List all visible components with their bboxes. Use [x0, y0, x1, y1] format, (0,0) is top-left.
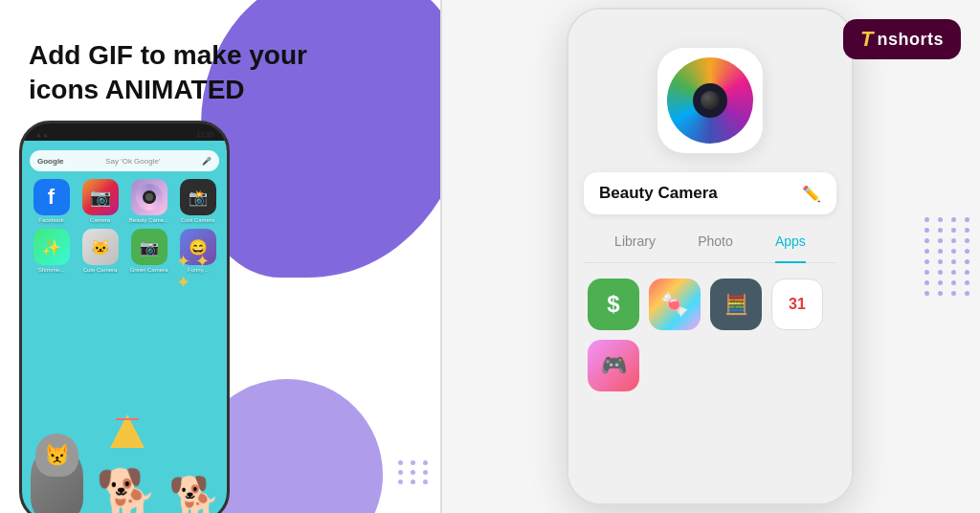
facebook-icon: f — [33, 179, 70, 215]
app-icon-center — [693, 83, 727, 118]
app-label: Cute Camera — [83, 267, 118, 273]
game-emoji: 🎮 — [601, 353, 627, 378]
party-hat — [110, 414, 145, 448]
phone-status-bar: ▲▲ 12:30 — [32, 127, 217, 141]
mini-app-candy[interactable]: 🍬 — [649, 279, 701, 330]
app-label: Camera — [90, 217, 110, 223]
app-label: Green Camera — [130, 267, 168, 273]
app-label: Shimme... — [38, 267, 64, 273]
tab-photo[interactable]: Photo — [698, 234, 733, 255]
right-section: T nshorts Beauty Camera ✏️ — [440, 0, 980, 513]
mini-app-game[interactable]: 🎮 — [588, 340, 639, 391]
right-dot-pattern — [924, 217, 972, 296]
left-dots — [398, 460, 431, 484]
candy-emoji: 🍬 — [660, 291, 689, 318]
app-beauty: Beauty Came... — [127, 179, 170, 223]
section-divider — [440, 0, 442, 513]
calc-emoji: 🧮 — [724, 293, 748, 316]
headline-line1: Add GIF to make your — [29, 38, 307, 73]
status-time: 12:30 — [196, 131, 213, 138]
right-phone-panel: Beauty Camera ✏️ Library Photo Apps $ 🍬 … — [567, 8, 854, 505]
app-icon-large-wrapper — [584, 48, 836, 153]
inshorts-t-letter: T — [860, 27, 873, 52]
dog-center: 🐕 — [96, 414, 158, 513]
app-label: Facebook — [38, 217, 63, 223]
dollar-symbol: $ — [607, 291, 619, 318]
left-phone-mockup: ▲▲ 12:30 Google Say 'Ok Google' 🎤 f Face… — [19, 121, 230, 513]
left-section: Add GIF to make your icons ANIMATED ▲▲ 1… — [0, 0, 440, 513]
mini-app-dollar[interactable]: $ — [588, 279, 639, 330]
tab-apps[interactable]: Apps — [775, 234, 806, 263]
phone-search-bar: Google Say 'Ok Google' 🎤 — [30, 150, 219, 171]
mini-app-grid: $ 🍬 🧮 31 🎮 — [584, 279, 836, 391]
mini-app-calendar[interactable]: 31 — [771, 279, 823, 330]
mic-icon: 🎤 — [202, 157, 212, 166]
search-text: Google — [37, 157, 64, 166]
right-phone-inner: Beauty Camera ✏️ Library Photo Apps $ 🍬 … — [568, 10, 852, 503]
dog-emoji: 🐕 — [96, 470, 158, 513]
headline: Add GIF to make your icons ANIMATED — [29, 38, 307, 108]
stars-decoration: ✦ ✦ ✦ — [176, 251, 210, 293]
dog-right-emoji: 🐕 — [168, 478, 221, 513]
app-icon-lens — [701, 91, 720, 110]
app-icon-large — [657, 48, 763, 153]
dog-left: 😾 — [26, 434, 88, 513]
app-green: 📷 Green Camera — [127, 229, 170, 273]
mini-app-calc[interactable]: 🧮 — [710, 279, 762, 330]
app-name-row: Beauty Camera ✏️ — [584, 172, 836, 214]
app-facebook: f Facebook — [30, 179, 73, 223]
calendar-number: 31 — [789, 296, 806, 313]
app-shimmer: ✨ Shimme... — [30, 229, 73, 273]
search-hint: Say 'Ok Google' — [105, 157, 160, 166]
beauty-icon — [131, 179, 167, 215]
dog-head: 😾 — [35, 434, 78, 477]
inshorts-badge: T nshorts — [843, 19, 961, 59]
green-icon: 📷 — [131, 229, 167, 265]
dog-area: 😾 🐕 🐕 — [22, 367, 227, 513]
app-label: Cool Camera — [181, 217, 214, 223]
app-cute: 🐱 Cute Camera — [78, 229, 122, 273]
dog-right: 🐕 — [166, 443, 223, 513]
app-cool: 📸 Cool Camera — [176, 179, 219, 223]
dog-body-left: 😾 — [31, 448, 83, 513]
app-label: Beauty Came... — [129, 217, 168, 223]
app-name-text: Beauty Camera — [599, 184, 718, 203]
cool-icon: 📸 — [180, 179, 216, 215]
shimmer-icon: ✨ — [33, 229, 70, 265]
inshorts-brand-name: nshorts — [877, 30, 944, 50]
app-camera: 📷 Camera — [78, 179, 122, 223]
cute-icon: 🐱 — [82, 229, 119, 265]
phone-screen: Google Say 'Ok Google' 🎤 f Facebook 📷 Ca… — [22, 141, 227, 513]
edit-icon[interactable]: ✏️ — [802, 185, 821, 203]
app-icon-gradient-ring — [667, 57, 753, 144]
headline-line2: icons ANIMATED — [29, 73, 307, 107]
signal-icon: ▲▲ — [35, 131, 49, 138]
tab-library[interactable]: Library — [614, 234, 656, 255]
tabs-row: Library Photo Apps — [584, 234, 836, 263]
camera-icon: 📷 — [82, 179, 119, 215]
